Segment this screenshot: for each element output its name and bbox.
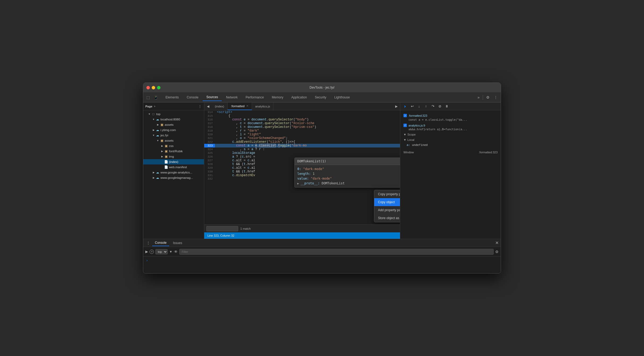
more-pages-icon[interactable]: » — [154, 105, 155, 108]
tree-item-localhost[interactable]: ▼ ☁ localhost:8080 — [143, 117, 204, 122]
resume-btn[interactable]: ⏵ — [402, 103, 408, 109]
editor-nav-left[interactable]: ◀ — [204, 102, 212, 110]
step-btn[interactable]: ↷ — [430, 103, 436, 109]
editor-panel: ◀ (index) :formatted ✕ analytics.js ▶ — [204, 102, 400, 239]
main-area: Page » ⋮ ▼ □ top ▼ ☁ localhost:8080 — [143, 102, 501, 239]
tree-item-ga[interactable]: ▶ ☁ www.google-analytics... — [143, 170, 204, 175]
tab-memory[interactable]: Memory — [268, 94, 287, 101]
tree-item-font[interactable]: ▶ ▣ font/Rubik — [143, 149, 204, 154]
local-title: Local — [407, 138, 414, 141]
tooltip-val-0: "dark-mode" — [303, 167, 324, 171]
scope-val-a: undefined — [412, 143, 428, 147]
context-menu-copy-path[interactable]: Copy property path — [374, 190, 400, 198]
tree-item-manifest[interactable]: ▶ 📄 web.manifest — [143, 164, 204, 170]
file-icon: 📄 — [164, 160, 168, 164]
breakpoint-filename-1: :formatted:323 — [408, 114, 467, 118]
breakpoint-code-1: const a = e.classList.toggle("da... — [408, 118, 467, 121]
tree-item-assets-localhost[interactable]: ▶ ▣ assets — [143, 122, 204, 127]
console-panel: ⋮ Console Issues ✕ ▶ ⊘ top ▼ 👁 ⚙ › — [143, 239, 501, 273]
console-close-btn[interactable]: ✕ — [495, 240, 499, 245]
tree-item-top[interactable]: ▼ □ top — [143, 111, 204, 117]
page-label: Page — [145, 105, 152, 108]
tab-lighthouse[interactable]: Lighthouse — [330, 94, 354, 101]
context-menu-store-global[interactable]: Store object as global variable — [374, 214, 400, 222]
check-icon: ✓ — [404, 114, 406, 117]
tree-label-font: font/Rubik — [169, 150, 183, 153]
inspector-icon[interactable]: ⬚ — [145, 94, 151, 101]
scope-item-a: a: undefined — [400, 142, 501, 147]
arrow-icon: ▼ — [156, 139, 160, 142]
tab-performance[interactable]: Performance — [242, 94, 268, 101]
console-block-btn[interactable]: ⊘ — [150, 250, 154, 254]
console-run-btn[interactable]: ▶ — [145, 250, 148, 254]
step-over-btn[interactable]: ↩ — [409, 103, 415, 109]
tree-item-img[interactable]: ▶ ▣ img — [143, 154, 204, 159]
tree-item-gtm[interactable]: ▶ ☁ www.googletagmanag... — [143, 175, 204, 180]
tree-item-assets-jec[interactable]: ▼ ▣ assets — [143, 138, 204, 143]
code-line-323: 323 const a = e.classList.toggle("dark-m… — [204, 144, 400, 147]
tree-item-jec[interactable]: ▼ ☁ jec.fyi — [143, 133, 204, 138]
local-section-header[interactable]: ▼ Local — [400, 137, 501, 142]
tab-console[interactable]: Console — [183, 94, 202, 101]
maximize-button[interactable] — [157, 86, 160, 89]
editor-tab-close[interactable]: ✕ — [246, 104, 249, 108]
more-tabs-icon[interactable]: » — [476, 94, 481, 101]
step-into-btn[interactable]: ↓ — [416, 103, 422, 109]
minimize-button[interactable] — [152, 86, 155, 89]
tooltip-row-proto: ▶ __proto__: DOMTokenList — [297, 181, 400, 186]
console-context-select[interactable]: top — [155, 249, 168, 254]
console-tab-issues[interactable]: Issues — [170, 240, 185, 246]
breakpoint-checkbox-1[interactable]: ✓ — [403, 114, 407, 117]
tab-security[interactable]: Security — [311, 94, 330, 101]
editor-tab-formatted[interactable]: :formatted ✕ — [228, 102, 252, 110]
console-menu-btn[interactable]: ⋮ — [145, 240, 151, 246]
window-title: DevTools - jec.fyi/ — [310, 86, 334, 89]
console-caret: › — [146, 258, 148, 262]
tree-label-manifest: web.manifest — [169, 166, 187, 169]
folder-icon: ▣ — [160, 123, 164, 127]
console-settings-icon[interactable]: ⚙ — [495, 250, 499, 254]
deactivate-breakpoints-btn[interactable]: ⊘ — [437, 103, 443, 109]
editor-tab-index[interactable]: (index) — [212, 102, 228, 110]
settings-icon[interactable]: ⚙ — [485, 94, 491, 101]
context-menu: Copy property path Copy object Add prope… — [374, 190, 400, 222]
console-eye-icon[interactable]: 👁 — [174, 250, 178, 254]
tree-item-css[interactable]: ▶ ▣ css — [143, 143, 204, 149]
pause-exceptions-btn[interactable]: ⏸ — [444, 103, 450, 109]
editor-tab-analytics[interactable]: analytics.js — [252, 102, 273, 110]
scope-section-header[interactable]: ▼ Scope — [400, 132, 501, 137]
tab-sources[interactable]: Sources — [203, 94, 222, 101]
more-options-icon[interactable]: ⋮ — [493, 94, 499, 101]
code-line-318: 318 , t = document.querySelector("#prism… — [204, 125, 400, 129]
file-icon: 📄 — [164, 165, 168, 169]
context-menu-add-watch[interactable]: Add property path to watch — [374, 206, 400, 214]
console-dropdown-icon[interactable]: ▼ — [169, 250, 172, 254]
tab-application[interactable]: Application — [288, 94, 311, 101]
device-icon[interactable]: 📱 — [153, 94, 159, 101]
file-tree-menu-icon[interactable]: ⋮ — [198, 104, 202, 108]
editor-nav-right[interactable]: ▶ — [393, 105, 400, 108]
tree-item-index[interactable]: ▶ 📄 (index) — [143, 159, 204, 164]
close-button[interactable] — [146, 86, 150, 89]
tab-elements[interactable]: Elements — [162, 94, 182, 101]
console-tab-console[interactable]: Console — [152, 240, 169, 246]
debugger-panel: ⏵ ↩ ↓ ↑ ↷ ⊘ ⏸ ✓ :formatted:323 — [400, 102, 501, 239]
console-filter-input[interactable] — [179, 249, 494, 255]
code-area[interactable]: 314 <script> 315 { 316 const e = documen… — [204, 110, 400, 224]
debugger-content: ✓ :formatted:323 const a = e.classList.t… — [400, 110, 501, 239]
context-menu-copy-object[interactable]: Copy object — [374, 198, 400, 206]
folder-icon: ▣ — [164, 149, 168, 153]
cloud-icon: ☁ — [155, 128, 160, 132]
bp-file-2: analytics.js:9 — [408, 124, 425, 127]
tree-label-top: top — [156, 112, 160, 116]
search-input[interactable] — [206, 226, 238, 231]
breakpoint-item-2: ✓ analytics.js:9 a&&a.href}return a},B=f… — [400, 122, 501, 132]
scope-arrow-icon: ▼ — [403, 133, 406, 136]
search-match-count: 1 match — [240, 227, 251, 230]
breakpoint-checkbox-2[interactable]: ✓ — [403, 124, 407, 127]
tab-network[interactable]: Network — [222, 94, 241, 101]
step-out-btn[interactable]: ↑ — [423, 103, 429, 109]
devtools-window: DevTools - jec.fyi/ ⬚ 📱 Elements Console… — [143, 83, 501, 273]
code-line-324: 324 , s = a ? r : — [204, 147, 400, 151]
tree-item-ytimg[interactable]: ▶ ☁ i.ytimg.com — [143, 127, 204, 133]
